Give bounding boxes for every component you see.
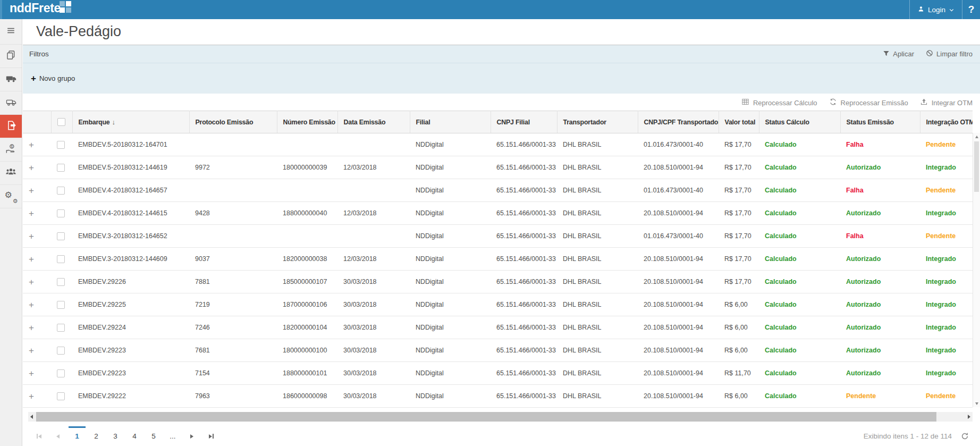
column-header-numero-emissao[interactable]: Número Emissão <box>277 111 337 133</box>
pager-page-3[interactable]: 3 <box>106 429 125 444</box>
row-checkbox[interactable] <box>57 324 65 332</box>
expand-row-button[interactable]: + <box>29 392 34 401</box>
expand-row-button[interactable]: + <box>29 300 34 309</box>
column-header-integracao-otm[interactable]: Integração OTM <box>920 111 973 133</box>
cell-protocolo-emissao: 7681 <box>189 339 277 362</box>
column-header-status-emissao[interactable]: Status Emissão <box>840 111 920 133</box>
sidebar-item-payment[interactable]: $ <box>0 138 22 162</box>
brand-edge-strip <box>0 0 2 19</box>
cell-cnpj-filial: 65.151.466/0001-33 <box>491 271 557 293</box>
horizontal-scroll-thumb[interactable] <box>36 412 936 422</box>
row-checkbox[interactable] <box>57 187 65 195</box>
pager-page-2[interactable]: 2 <box>87 429 106 444</box>
sidebar-item-export[interactable] <box>0 115 22 138</box>
scroll-up-arrow[interactable] <box>973 133 980 140</box>
users-group-icon <box>5 166 17 180</box>
expand-row-button[interactable]: + <box>29 140 34 149</box>
row-checkbox[interactable] <box>57 369 65 377</box>
column-header-filial[interactable]: Filial <box>410 111 491 133</box>
row-checkbox[interactable] <box>57 392 65 400</box>
pager-first-button[interactable] <box>29 429 48 444</box>
reprocess-calc-button[interactable]: Reprocessar Cálculo <box>741 98 817 107</box>
cell-status-emissao: Falha <box>840 179 920 202</box>
help-button[interactable]: ? <box>962 0 980 19</box>
cell-embarque: EMBDEV.29226 <box>72 271 189 293</box>
pager-next-button[interactable] <box>182 429 201 444</box>
expand-row-button[interactable]: + <box>29 209 34 218</box>
cell-transportador: DHL BRASIL <box>557 316 638 339</box>
cell-numero-emissao: 188000000101 <box>277 362 337 385</box>
cell-protocolo-emissao: 7246 <box>189 316 277 339</box>
sidebar-item-documents[interactable] <box>0 45 22 68</box>
expand-cell: + <box>23 385 51 408</box>
apply-filter-button[interactable]: Aplicar <box>883 50 914 58</box>
cell-protocolo-emissao: 7881 <box>189 271 277 293</box>
reprocess-emission-button[interactable]: Reprocessar Emissão <box>829 98 908 107</box>
row-checkbox[interactable] <box>57 301 65 309</box>
row-checkbox[interactable] <box>57 209 65 217</box>
gears-icon: ⚙ ⚙ <box>5 191 17 203</box>
row-checkbox[interactable] <box>57 141 65 149</box>
row-checkbox[interactable] <box>57 278 65 286</box>
cell-data-emissao: 30/03/2018 <box>337 271 410 293</box>
expand-row-button[interactable]: + <box>29 163 34 172</box>
column-header-cnpj-cpf-transportador[interactable]: CNPJ/CPF Transportador <box>638 111 719 133</box>
checkbox-cell <box>51 293 72 316</box>
expand-row-button[interactable]: + <box>29 186 34 195</box>
sidebar-item-settings[interactable]: ⚙ ⚙ <box>0 185 22 208</box>
row-checkbox[interactable] <box>57 347 65 355</box>
column-header-valor-total[interactable]: Valor total <box>719 111 759 133</box>
row-checkbox[interactable] <box>57 255 65 263</box>
sidebar-item-truck[interactable] <box>0 68 22 91</box>
expand-row-button[interactable]: + <box>29 232 34 241</box>
select-all-checkbox[interactable] <box>57 118 65 126</box>
cell-embarque: EMBDEV.4-20180312-144615 <box>72 202 189 225</box>
pager-more-pages[interactable]: ... <box>163 429 182 444</box>
cell-cnpj-filial: 65.151.466/0001-33 <box>491 293 557 316</box>
column-header-data-emissao[interactable]: Data Emissão <box>337 111 410 133</box>
expand-row-button[interactable]: + <box>29 323 34 332</box>
row-checkbox[interactable] <box>57 164 65 172</box>
scroll-right-arrow[interactable] <box>965 412 973 422</box>
new-group-button[interactable]: + Novo grupo <box>31 74 75 83</box>
grid-vertical-scrollbar[interactable] <box>973 133 980 407</box>
sort-desc-icon: ↓ <box>112 118 115 126</box>
column-header-protocolo-emissao[interactable]: Protocolo Emissão <box>189 111 277 133</box>
cell-data-emissao: 12/03/2018 <box>337 202 410 225</box>
delivery-truck-icon <box>5 96 17 110</box>
brand-logo: nddFrete <box>10 1 61 15</box>
expand-row-button[interactable]: + <box>29 277 34 287</box>
cell-status-emissao: Falha <box>840 133 920 156</box>
column-header-status-calculo[interactable]: Status Cálculo <box>759 111 840 133</box>
column-header-cnpj-filial[interactable]: CNPJ Filial <box>491 111 557 133</box>
clear-filter-button[interactable]: Limpar filtro <box>926 49 973 58</box>
cell-protocolo-emissao: 7219 <box>189 293 277 316</box>
sidebar-item-menu[interactable] <box>0 19 22 45</box>
expand-row-button[interactable]: + <box>29 346 34 355</box>
column-header-embarque[interactable]: Embarque↓ <box>72 111 189 133</box>
login-menu-button[interactable]: Login <box>910 0 962 19</box>
cell-protocolo-emissao: 7154 <box>189 362 277 385</box>
cell-numero-emissao: 185000000107 <box>277 271 337 293</box>
integrate-otm-button[interactable]: Integrar OTM <box>920 98 973 107</box>
pager-last-button[interactable] <box>201 429 221 444</box>
pager-page-4[interactable]: 4 <box>125 429 144 444</box>
sidebar-item-delivery-truck[interactable] <box>0 91 22 115</box>
expand-row-button[interactable]: + <box>29 255 34 264</box>
row-checkbox[interactable] <box>57 232 65 240</box>
pager-page-1[interactable]: 1 <box>67 429 87 444</box>
cell-valor-total: R$ 6,00 <box>719 293 759 316</box>
pager-prev-button[interactable] <box>48 429 67 444</box>
checkbox-cell <box>51 133 72 156</box>
refresh-grid-button[interactable] <box>960 432 969 441</box>
vertical-scroll-thumb[interactable] <box>974 141 979 192</box>
grid-horizontal-scrollbar[interactable] <box>28 412 973 422</box>
cell-data-emissao: 30/03/2018 <box>337 316 410 339</box>
sidebar-item-users[interactable] <box>0 162 22 185</box>
expand-row-button[interactable]: + <box>29 369 34 378</box>
scroll-left-arrow[interactable] <box>28 412 35 422</box>
scroll-down-arrow[interactable] <box>973 400 980 407</box>
cell-valor-total: R$ 11,70 <box>719 362 759 385</box>
column-header-transportador[interactable]: Transportador <box>557 111 638 133</box>
pager-page-5[interactable]: 5 <box>144 429 163 444</box>
